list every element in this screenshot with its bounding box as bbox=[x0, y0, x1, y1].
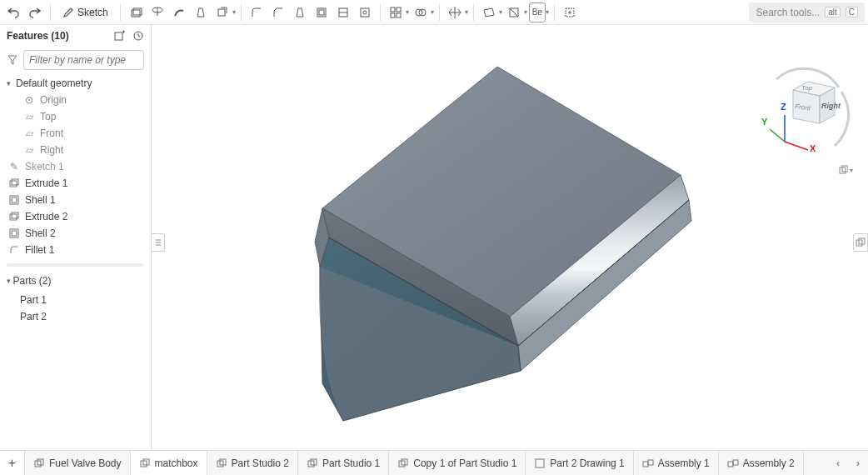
svg-rect-63 bbox=[643, 462, 648, 467]
filter-input[interactable] bbox=[23, 50, 144, 70]
rollback-icon[interactable] bbox=[132, 30, 144, 42]
svg-rect-65 bbox=[728, 462, 733, 467]
transform-button[interactable] bbox=[445, 2, 465, 22]
tab-part-studio-2[interactable]: Part Studio 2 bbox=[207, 451, 298, 475]
tab-label: Part Studio 1 bbox=[322, 458, 380, 469]
redo-button[interactable] bbox=[25, 2, 45, 22]
parts-header[interactable]: ▾ Parts (2) bbox=[0, 270, 151, 292]
feature-sidebar: Features (10) ▾Default geometry ⊙Origin … bbox=[0, 25, 152, 450]
search-tools[interactable]: Search tools... alt C bbox=[749, 2, 865, 22]
feature-shell1[interactable]: Shell 1 bbox=[0, 192, 151, 208]
part-icon bbox=[307, 458, 318, 469]
tab-part-studio-1[interactable]: Part Studio 1 bbox=[298, 451, 389, 475]
extrude-icon bbox=[8, 211, 20, 222]
cube-top-label: Top bbox=[801, 84, 813, 92]
plane-icon: ▱ bbox=[23, 128, 35, 139]
right-plane-node[interactable]: ▱Right bbox=[0, 142, 151, 158]
select-button[interactable] bbox=[560, 2, 580, 22]
front-plane-node[interactable]: ▱Front bbox=[0, 125, 151, 142]
fillet-icon bbox=[8, 244, 20, 256]
filter-icon[interactable] bbox=[7, 54, 18, 66]
part1-node[interactable]: Part 1 bbox=[0, 292, 151, 308]
dropdown-icon[interactable]: ▾ bbox=[524, 8, 527, 16]
separator bbox=[554, 4, 555, 21]
tab-next-button[interactable]: › bbox=[848, 451, 868, 475]
search-placeholder: Search tools... bbox=[756, 7, 820, 18]
sketch-button[interactable]: Sketch bbox=[56, 2, 115, 22]
shell-button[interactable] bbox=[312, 2, 332, 22]
undo-button[interactable] bbox=[3, 2, 23, 22]
tab-label: Assembly 2 bbox=[743, 458, 795, 469]
part2-node[interactable]: Part 2 bbox=[0, 308, 151, 325]
sketch-icon: ✎ bbox=[8, 161, 20, 172]
separator bbox=[380, 4, 381, 21]
boolean-button[interactable] bbox=[411, 2, 431, 22]
dropdown-icon[interactable]: ▾ bbox=[546, 8, 549, 16]
tab-label: Copy 1 of Part Studio 1 bbox=[413, 458, 516, 469]
svg-rect-22 bbox=[12, 179, 18, 185]
sketch-label: Sketch bbox=[77, 7, 108, 18]
top-plane-node[interactable]: ▱Top bbox=[0, 108, 151, 125]
tab-copy-1-of-part-studio-1[interactable]: Copy 1 of Part Studio 1 bbox=[389, 451, 526, 475]
tab-assembly-1[interactable]: Assembly 1 bbox=[634, 451, 719, 475]
draft-button[interactable] bbox=[290, 2, 310, 22]
sheet-metal-button[interactable] bbox=[504, 2, 524, 22]
default-geometry-node[interactable]: ▾Default geometry bbox=[0, 75, 151, 92]
tab-matchbox[interactable]: matchbox bbox=[131, 451, 207, 475]
separator bbox=[473, 4, 474, 21]
svg-rect-25 bbox=[10, 214, 17, 220]
add-feature-icon[interactable] bbox=[114, 30, 126, 42]
view-menu-button[interactable]: ▾ bbox=[838, 162, 853, 178]
revolve-button[interactable] bbox=[147, 2, 167, 22]
thicken-button[interactable] bbox=[212, 2, 232, 22]
svg-rect-26 bbox=[12, 212, 18, 218]
svg-text:Right: Right bbox=[821, 102, 841, 110]
svg-rect-9 bbox=[391, 8, 395, 12]
right-panel-button[interactable] bbox=[853, 233, 868, 252]
chamfer-button[interactable] bbox=[268, 2, 288, 22]
tab-assembly-2[interactable]: Assembly 2 bbox=[719, 451, 804, 475]
tab-label: matchbox bbox=[155, 458, 198, 469]
pattern-button[interactable] bbox=[386, 2, 406, 22]
extrude-icon bbox=[8, 178, 20, 189]
main-area: Features (10) ▾Default geometry ⊙Origin … bbox=[0, 25, 868, 450]
svg-rect-24 bbox=[12, 198, 17, 202]
collapse-sidebar-button[interactable] bbox=[152, 233, 165, 252]
tab-prev-button[interactable]: ‹ bbox=[828, 451, 848, 475]
3d-viewport[interactable]: Top Front Right Z Y X ▾ bbox=[152, 25, 868, 450]
rib-button[interactable] bbox=[333, 2, 353, 22]
plane-button[interactable] bbox=[479, 2, 499, 22]
part-icon bbox=[397, 458, 409, 469]
dropdown-icon[interactable]: ▾ bbox=[431, 8, 434, 16]
view-cube[interactable]: Top Front Right Z Y X bbox=[760, 67, 851, 158]
svg-rect-7 bbox=[361, 8, 369, 17]
feature-extrude1[interactable]: Extrude 1 bbox=[0, 175, 151, 192]
feature-extrude2[interactable]: Extrude 2 bbox=[0, 208, 151, 225]
dropdown-icon[interactable]: ▾ bbox=[499, 8, 502, 16]
svg-rect-4 bbox=[319, 10, 324, 15]
dropdown-icon[interactable]: ▾ bbox=[406, 8, 409, 16]
tab-part-2-drawing-1[interactable]: Part 2 Drawing 1 bbox=[526, 451, 633, 475]
custom-feature-button[interactable]: Be bbox=[529, 2, 546, 22]
hole-button[interactable] bbox=[355, 2, 375, 22]
feature-sketch1[interactable]: ✎Sketch 1 bbox=[0, 158, 151, 175]
loft-button[interactable] bbox=[191, 2, 211, 22]
origin-node[interactable]: ⊙Origin bbox=[0, 92, 151, 108]
dropdown-icon[interactable]: ▾ bbox=[232, 8, 236, 16]
feature-shell2[interactable]: Shell 2 bbox=[0, 225, 151, 242]
svg-rect-10 bbox=[397, 8, 401, 12]
separator bbox=[50, 4, 51, 21]
pencil-icon bbox=[62, 7, 74, 18]
feature-fillet1[interactable]: Fillet 1 bbox=[0, 242, 151, 258]
svg-rect-19 bbox=[115, 32, 122, 40]
add-tab-button[interactable]: + bbox=[0, 451, 25, 475]
tab-fuel-valve-body[interactable]: Fuel Valve Body bbox=[25, 451, 131, 475]
part-icon bbox=[33, 458, 45, 469]
scroll-indicator bbox=[7, 263, 144, 267]
dropdown-icon[interactable]: ▾ bbox=[465, 8, 468, 16]
sweep-button[interactable] bbox=[169, 2, 189, 22]
extrude-button[interactable] bbox=[126, 2, 146, 22]
separator bbox=[439, 4, 440, 21]
fillet-button[interactable] bbox=[247, 2, 267, 22]
separator bbox=[120, 4, 121, 21]
